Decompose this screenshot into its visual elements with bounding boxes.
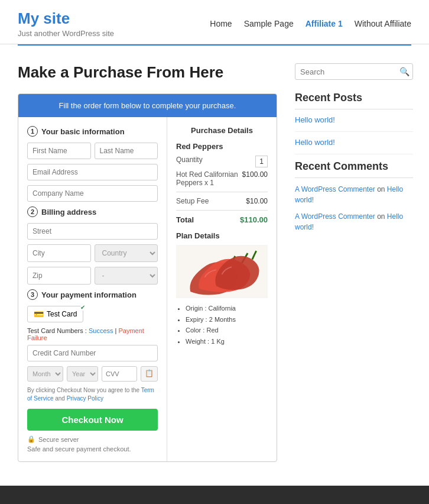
product-price-row: Hot Red Californian Peppers x 1 $100.00	[176, 170, 268, 187]
secure-row: 🔒 Secure server	[27, 435, 158, 443]
nav-sample-page[interactable]: Sample Page	[244, 19, 294, 28]
pepper-svg	[176, 245, 268, 298]
test-card-text: Test Card Numbers :	[27, 327, 89, 334]
comment-item-1: A WordPress Commenter on Hello world!	[295, 184, 413, 205]
main-nav: Home Sample Page Affiliate 1 Without Aff…	[210, 19, 411, 28]
safe-text: Safe and secure payment checkout.	[27, 445, 158, 453]
site-tagline: Just another WordPress site	[18, 29, 114, 38]
form-inner: 1 Your basic information 2 Billing addre…	[18, 117, 277, 461]
setup-fee-row: Setup Fee $10.00	[176, 197, 268, 205]
email-input[interactable]	[27, 164, 158, 180]
pepper-image	[176, 245, 268, 298]
header: My site Just another WordPress site Home…	[0, 0, 429, 44]
post-divider-1	[295, 131, 413, 132]
section-title-payment: Your payment information	[41, 290, 136, 299]
divider-1	[176, 192, 268, 192]
privacy-policy-link[interactable]: Privacy Policy	[67, 395, 103, 402]
calendar-icon: 📋	[141, 366, 158, 382]
divider-2	[176, 210, 268, 211]
comment-item-2: A WordPress Commenter on Hello world!	[295, 211, 413, 232]
section-payment-title: 3 Your payment information	[27, 289, 158, 300]
search-box: 🔍	[295, 63, 413, 80]
plan-item-origin: Origin : California	[186, 303, 268, 314]
month-select[interactable]: Month	[27, 366, 63, 382]
name-row	[27, 143, 158, 159]
post-divider-2	[295, 154, 413, 154]
total-price: $110.00	[240, 215, 268, 224]
page-title: Make a Purchase From Here	[18, 63, 277, 82]
last-name-input[interactable]	[95, 143, 158, 159]
commenter-2-link[interactable]: A WordPress Commenter	[295, 212, 375, 221]
recent-comments-title: Recent Comments	[295, 160, 413, 178]
total-label: Total	[176, 215, 194, 224]
quantity-label: Quantity	[176, 156, 203, 167]
year-select[interactable]: Year	[67, 366, 98, 382]
site-title: My site	[18, 9, 114, 28]
zip-row: -	[27, 267, 158, 285]
country-select[interactable]: Country	[95, 244, 158, 262]
section-num-1: 1	[27, 126, 38, 137]
comment-on-2: on	[377, 212, 387, 221]
plan-title: Plan Details	[176, 231, 268, 240]
setup-fee-label: Setup Fee	[176, 197, 209, 205]
state-select[interactable]: -	[95, 267, 158, 285]
test-card-button[interactable]: 💳 Test Card ✔	[27, 306, 83, 322]
search-icon[interactable]: 🔍	[399, 67, 410, 76]
street-input[interactable]	[27, 223, 158, 240]
comment-on-1: on	[377, 185, 387, 193]
plan-item-weight: Weight : 1 Kg	[186, 336, 268, 347]
secure-label: Secure server	[38, 436, 79, 443]
purchase-details-panel: Purchase Details Red Peppers Quantity 1 …	[167, 117, 277, 461]
form-header: Fill the order form below to complete yo…	[18, 94, 277, 117]
sidebar: 🔍 Recent Posts Hello world! Hello world!…	[295, 63, 413, 462]
terms-text: By clicking Checkout Now you agree to th…	[27, 386, 158, 403]
lock-icon: 🔒	[27, 435, 35, 443]
recent-post-1[interactable]: Hello world!	[295, 115, 413, 124]
credit-card-icon: 💳	[34, 309, 44, 319]
search-input[interactable]	[300, 67, 399, 76]
quantity-row: Quantity 1	[176, 156, 268, 167]
city-country-row: Country	[27, 244, 158, 262]
company-input[interactable]	[27, 185, 158, 202]
section-num-3: 3	[27, 289, 38, 300]
success-link[interactable]: Success	[89, 327, 113, 334]
commenter-1-link[interactable]: A WordPress Commenter	[295, 185, 375, 193]
plan-item-color: Color : Red	[186, 325, 268, 336]
city-input[interactable]	[27, 244, 91, 262]
card-check-icon: ✔	[80, 304, 85, 311]
quantity-value: 1	[255, 156, 268, 167]
product-name: Red Peppers	[176, 142, 268, 151]
zip-input[interactable]	[27, 267, 91, 285]
nav-without-affiliate[interactable]: Without Affiliate	[355, 19, 411, 28]
purchase-form: Fill the order form below to complete yo…	[18, 93, 277, 462]
payment-row: Month Year 📋	[27, 366, 158, 382]
nav-affiliate1[interactable]: Affiliate 1	[306, 19, 343, 28]
and-text: and	[53, 395, 66, 402]
cc-number-input[interactable]	[27, 345, 158, 361]
content-area: Make a Purchase From Here Fill the order…	[18, 63, 277, 462]
purchase-details-title: Purchase Details	[176, 126, 268, 135]
order-form-left: 1 Your basic information 2 Billing addre…	[18, 117, 167, 461]
plan-list: Origin : California Expiry : 2 Months Co…	[176, 303, 268, 347]
setup-fee-price: $10.00	[246, 197, 268, 205]
recent-post-2[interactable]: Hello world!	[295, 138, 413, 147]
section-title-billing: Billing address	[41, 208, 96, 217]
nav-home[interactable]: Home	[210, 19, 232, 28]
recent-posts-title: Recent Posts	[295, 92, 413, 109]
checkout-button[interactable]: Checkout Now	[27, 409, 158, 431]
section-basic-info-title: 1 Your basic information	[27, 126, 158, 137]
card-label: Test Card	[47, 310, 77, 318]
main-container: Make a Purchase From Here Fill the order…	[0, 46, 429, 474]
total-row: Total $110.00	[176, 215, 268, 224]
site-branding: My site Just another WordPress site	[18, 9, 114, 38]
first-name-input[interactable]	[27, 143, 91, 159]
cvv-input[interactable]	[102, 366, 137, 382]
footer-main: Colorway Theme Footer is widgetized. To …	[0, 486, 429, 504]
terms-prefix: By clicking Checkout Now you agree to th…	[27, 387, 141, 393]
plan-item-expiry: Expiry : 2 Months	[186, 314, 268, 325]
test-card-links: Test Card Numbers : Success | Payment Fa…	[27, 327, 158, 341]
product-line: Hot Red Californian Peppers x 1	[176, 170, 242, 187]
product-price: $100.00	[242, 170, 268, 187]
section-num-2: 2	[27, 206, 38, 217]
section-title-basic: Your basic information	[41, 127, 125, 136]
